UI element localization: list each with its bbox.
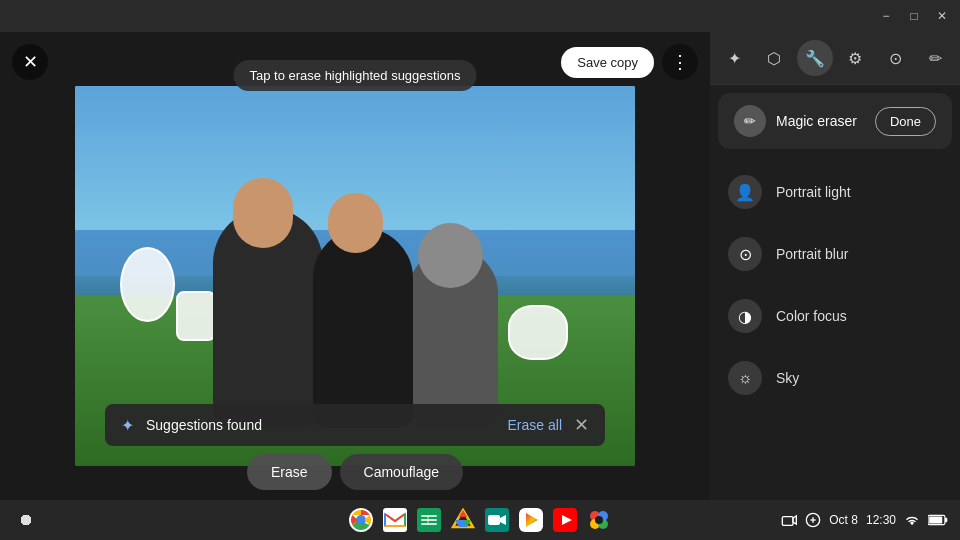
erase-tooltip: Tap to erase highlighted suggestions (233, 60, 476, 91)
color-focus-label: Color focus (776, 308, 847, 324)
magic-eraser-left: ✏ Magic eraser (734, 105, 857, 137)
svg-rect-32 (929, 517, 942, 524)
maximize-button[interactable]: □ (904, 6, 924, 26)
person-middle (313, 228, 413, 428)
camera-tray-icon[interactable] (781, 512, 797, 528)
tool-list: 👤 Portrait light ⊙ Portrait blur ◑ Color… (710, 157, 960, 500)
color-focus-icon: ◑ (728, 299, 762, 333)
person-right (408, 248, 498, 428)
toolbar-markup-btn[interactable]: ✏ (918, 40, 954, 76)
photo-top-toolbar: Save copy ⋮ (561, 44, 698, 80)
time-display: 12:30 (866, 513, 896, 527)
close-window-button[interactable]: ✕ (932, 6, 952, 26)
suggestions-sparkle-icon: ✦ (121, 416, 134, 435)
tool-item-portrait-blur[interactable]: ⊙ Portrait blur (718, 223, 952, 285)
svg-marker-26 (793, 516, 796, 524)
erase-button[interactable]: Erase (247, 454, 332, 490)
edit-toolbar: ✦ ⬡ 🔧 ⚙ ⊙ ✏ (710, 32, 960, 85)
portrait-light-icon: 👤 (728, 175, 762, 209)
drive-app-icon[interactable] (449, 506, 477, 534)
main-content: ✕ Save copy ⋮ Tap to erase highlighted s… (0, 32, 960, 500)
taskbar-center (347, 506, 613, 534)
erase-all-button[interactable]: Erase all (508, 417, 562, 433)
bottom-panel: ✦ Suggestions found Erase all ✕ Erase Ca… (0, 404, 710, 490)
gmail-app-icon[interactable] (381, 506, 409, 534)
date-display: Oct 8 (829, 513, 858, 527)
magic-eraser-label: Magic eraser (776, 113, 857, 129)
svg-point-2 (358, 517, 365, 524)
done-button[interactable]: Done (875, 107, 936, 136)
chrome-app-icon[interactable] (347, 506, 375, 534)
svg-rect-8 (427, 515, 429, 525)
photos-app-icon[interactable] (585, 506, 613, 534)
portrait-blur-label: Portrait blur (776, 246, 848, 262)
toolbar-magic-btn[interactable]: ✦ (716, 40, 752, 76)
toolbar-crop-btn[interactable]: ⬡ (756, 40, 792, 76)
suggestion-highlight-4[interactable] (508, 305, 568, 360)
right-panel: ✦ ⬡ 🔧 ⚙ ⊙ ✏ ✏ Magic eraser Done 👤 Portra (710, 32, 960, 500)
camouflage-button[interactable]: Camouflage (340, 454, 464, 490)
tool-item-color-focus[interactable]: ◑ Color focus (718, 285, 952, 347)
tool-item-sky[interactable]: ☼ Sky (718, 347, 952, 409)
toolbar-adjust-btn[interactable]: ⚙ (837, 40, 873, 76)
suggestion-highlight-1[interactable] (120, 247, 175, 322)
suggestions-text: Suggestions found (146, 417, 496, 433)
person-left (213, 208, 323, 428)
minimize-button[interactable]: − (876, 6, 896, 26)
close-photo-button[interactable]: ✕ (12, 44, 48, 80)
meet-app-icon[interactable] (483, 506, 511, 534)
tool-item-portrait-light[interactable]: 👤 Portrait light (718, 161, 952, 223)
add-tray-icon[interactable] (805, 512, 821, 528)
wifi-icon[interactable] (904, 512, 920, 528)
photo-viewer: ✕ Save copy ⋮ Tap to erase highlighted s… (0, 32, 710, 500)
portrait-blur-icon: ⊙ (728, 237, 762, 271)
people-group (195, 168, 515, 428)
taskbar: ⏺ (0, 500, 960, 540)
close-suggestions-button[interactable]: ✕ (574, 414, 589, 436)
taskbar-right: Oct 8 12:30 (781, 512, 948, 528)
more-options-button[interactable]: ⋮ (662, 44, 698, 80)
toolbar-tools-btn[interactable]: 🔧 (797, 40, 833, 76)
magic-eraser-section: ✏ Magic eraser Done (718, 93, 952, 149)
sheets-app-icon[interactable] (415, 506, 443, 534)
svg-rect-14 (488, 515, 500, 525)
suggestions-bar: ✦ Suggestions found Erase all ✕ (105, 404, 605, 446)
title-bar: − □ ✕ (0, 0, 960, 32)
youtube-app-icon[interactable] (551, 506, 579, 534)
action-buttons: Erase Camouflage (247, 454, 463, 490)
svg-rect-31 (945, 518, 947, 523)
camera-status-icon[interactable]: ⏺ (12, 506, 40, 534)
svg-rect-25 (783, 517, 794, 526)
battery-icon[interactable] (928, 514, 948, 526)
toolbar-export-btn[interactable]: ⊙ (877, 40, 913, 76)
portrait-light-label: Portrait light (776, 184, 851, 200)
save-copy-button[interactable]: Save copy (561, 47, 654, 78)
sky-icon: ☼ (728, 361, 762, 395)
play-app-icon[interactable] (517, 506, 545, 534)
sky-label: Sky (776, 370, 799, 386)
magic-eraser-icon: ✏ (734, 105, 766, 137)
svg-point-24 (595, 516, 603, 524)
